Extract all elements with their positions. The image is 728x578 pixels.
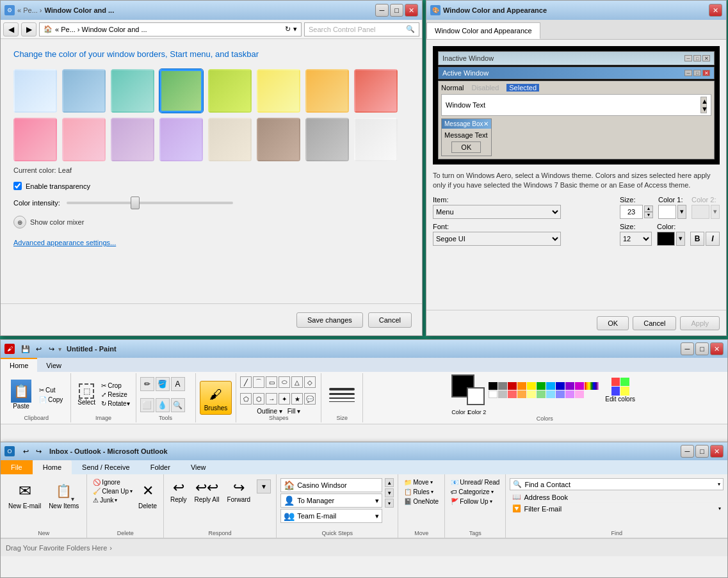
- resize-button[interactable]: ⤢ Resize: [99, 390, 131, 399]
- maximize-button[interactable]: □: [390, 4, 403, 17]
- outlook-close[interactable]: ✕: [710, 445, 724, 458]
- view-tab[interactable]: View: [181, 460, 216, 474]
- send-receive-tab[interactable]: Send / Receive: [72, 460, 140, 474]
- swatch-silver[interactable]: [305, 118, 349, 161]
- advanced-link[interactable]: Advanced appearance settings...: [13, 239, 409, 246]
- ol-save-btn[interactable]: ↩: [20, 446, 31, 457]
- swatch-cream[interactable]: [208, 118, 252, 161]
- rotate-button[interactable]: ↻ Rotate▾: [99, 399, 131, 408]
- undo-qa-btn[interactable]: ↩: [33, 343, 44, 355]
- ol-redo-btn[interactable]: ↪: [33, 446, 44, 457]
- outlook-minimize[interactable]: ─: [681, 445, 694, 458]
- size-down-btn[interactable]: ▼: [644, 212, 653, 218]
- swatch-white[interactable]: [354, 118, 398, 161]
- cleanup-button[interactable]: 🧹 Clean Up ▾: [91, 487, 134, 495]
- qs-more-btn[interactable]: ▾: [385, 499, 394, 508]
- palette-spectrum[interactable]: [585, 382, 599, 390]
- swatch-lavender[interactable]: [111, 118, 154, 161]
- dropdown-arrow[interactable]: ▾: [293, 25, 297, 33]
- pencil-tool[interactable]: ✏: [140, 377, 154, 391]
- msg-ok-btn[interactable]: OK: [451, 141, 481, 153]
- more-respond-button[interactable]: ▾: [255, 478, 272, 495]
- palette-pink[interactable]: [575, 390, 584, 398]
- palette-green[interactable]: [537, 382, 546, 390]
- paint-home-tab[interactable]: Home: [1, 358, 37, 372]
- home-tab[interactable]: Home: [33, 460, 72, 474]
- new-email-button[interactable]: ✉ New E-mail: [6, 478, 44, 511]
- palette-purple[interactable]: [565, 382, 574, 390]
- shape-arrow[interactable]: →: [266, 393, 277, 405]
- palette-black[interactable]: [489, 382, 497, 390]
- swatch-lilac[interactable]: [159, 118, 203, 161]
- palette-orange[interactable]: [517, 382, 526, 390]
- mixer-toggle[interactable]: ⊕: [13, 216, 26, 229]
- bold-button[interactable]: B: [690, 232, 704, 246]
- minimize-button[interactable]: ─: [375, 4, 389, 17]
- shape-star5[interactable]: ★: [291, 393, 303, 405]
- palette-magenta[interactable]: [575, 382, 584, 390]
- color1-dropdown[interactable]: ▾: [677, 205, 686, 219]
- palette-lightgreen[interactable]: [537, 390, 546, 398]
- show-color-mixer[interactable]: ⊕ Show color mixer: [13, 216, 409, 229]
- unread-read-button[interactable]: 📧 Unread/ Read: [449, 478, 501, 486]
- categorize-button[interactable]: 🏷 Categorize ▾: [449, 488, 501, 496]
- size-selector[interactable]: [327, 385, 357, 405]
- search-bar[interactable]: Search Control Panel 🔍: [304, 22, 419, 36]
- paint-view-tab[interactable]: View: [37, 359, 70, 372]
- file-tab[interactable]: File: [1, 460, 33, 474]
- reply-button[interactable]: ↩ Reply: [168, 478, 190, 504]
- shape-pentagon[interactable]: ⬠: [240, 393, 252, 405]
- outline-button[interactable]: Outline ▾: [257, 408, 282, 415]
- paint-close[interactable]: ✕: [710, 342, 724, 355]
- italic-button[interactable]: I: [706, 232, 720, 246]
- wca-close-button[interactable]: ✕: [709, 4, 722, 17]
- junk-button[interactable]: ⚠ Junk ▾: [91, 496, 134, 504]
- folder-tab[interactable]: Folder: [140, 460, 181, 474]
- back-button[interactable]: ◀: [3, 22, 19, 36]
- palette-lightblue[interactable]: [546, 382, 555, 390]
- palette-blue[interactable]: [556, 382, 565, 390]
- qa-dropdown[interactable]: ▾: [58, 346, 61, 353]
- ignore-button[interactable]: 🚫 Ignore: [91, 478, 134, 486]
- swatch-pink[interactable]: [13, 118, 57, 161]
- close-button[interactable]: ✕: [405, 4, 418, 17]
- shape-curve[interactable]: ⌒: [253, 376, 264, 388]
- shape-oval[interactable]: ⬭: [279, 376, 290, 388]
- edit-colors-button[interactable]: Edit colors: [603, 376, 638, 404]
- palette-violet[interactable]: [565, 390, 574, 398]
- paste-button[interactable]: 📋 Paste: [7, 378, 35, 411]
- refresh-button[interactable]: ↻: [285, 25, 291, 33]
- shape-triangle[interactable]: △: [291, 376, 303, 388]
- font-color-dropdown[interactable]: ▾: [676, 232, 685, 246]
- swatch-blush[interactable]: [62, 118, 106, 161]
- font-color-box[interactable]: [657, 232, 675, 246]
- qs-up-btn[interactable]: ▲: [385, 478, 394, 487]
- outlook-maximize[interactable]: □: [695, 445, 709, 458]
- palette-red[interactable]: [508, 382, 517, 390]
- font-select[interactable]: Segoe UI: [433, 232, 561, 246]
- item-select[interactable]: Menu: [433, 205, 561, 219]
- swatch-lemon[interactable]: [257, 69, 300, 113]
- fill-button[interactable]: Fill ▾: [287, 408, 301, 415]
- save-qa-btn[interactable]: 💾: [20, 343, 31, 355]
- wca-cancel-button[interactable]: Cancel: [633, 316, 676, 330]
- shape-rect[interactable]: ▭: [266, 376, 277, 388]
- wca-tab-main[interactable]: Window Color and Appearance: [426, 22, 540, 39]
- palette-skyblue[interactable]: [546, 390, 555, 398]
- cancel-button[interactable]: Cancel: [368, 312, 412, 328]
- onenote-button[interactable]: 📓 OneNote: [402, 497, 441, 506]
- swatch-sky[interactable]: [13, 69, 57, 113]
- color1-box[interactable]: [658, 205, 676, 219]
- wca-apply-button[interactable]: Apply: [680, 316, 720, 330]
- swatch-amber[interactable]: [305, 69, 349, 113]
- swatch-dusk[interactable]: [62, 69, 106, 113]
- swatch-lime[interactable]: [208, 69, 252, 113]
- forward-button[interactable]: ▶: [21, 22, 36, 36]
- rules-button[interactable]: 📋 Rules ▾: [402, 488, 441, 496]
- qs-down-btn[interactable]: ▼: [385, 488, 394, 497]
- filter-email-button[interactable]: 🔽 Filter E-mail ▾: [510, 503, 724, 514]
- forward-button[interactable]: ↪ Forward: [224, 478, 253, 504]
- search-icon[interactable]: 🔍: [406, 25, 415, 33]
- paint-maximize[interactable]: □: [695, 342, 709, 355]
- color-intensity-thumb[interactable]: [131, 197, 140, 209]
